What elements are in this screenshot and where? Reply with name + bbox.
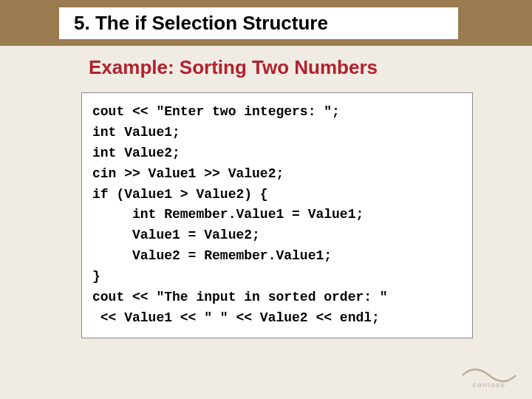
header-bar: 5. The if Selection Structure (0, 0, 532, 46)
slide-subtitle: Example: Sorting Two Numbers (89, 56, 532, 79)
slide-title: 5. The if Selection Structure (59, 7, 458, 39)
logo-text: contoso (473, 381, 506, 389)
contoso-logo: contoso (460, 361, 519, 390)
code-block: cout << "Enter two integers: "; int Valu… (81, 92, 473, 338)
